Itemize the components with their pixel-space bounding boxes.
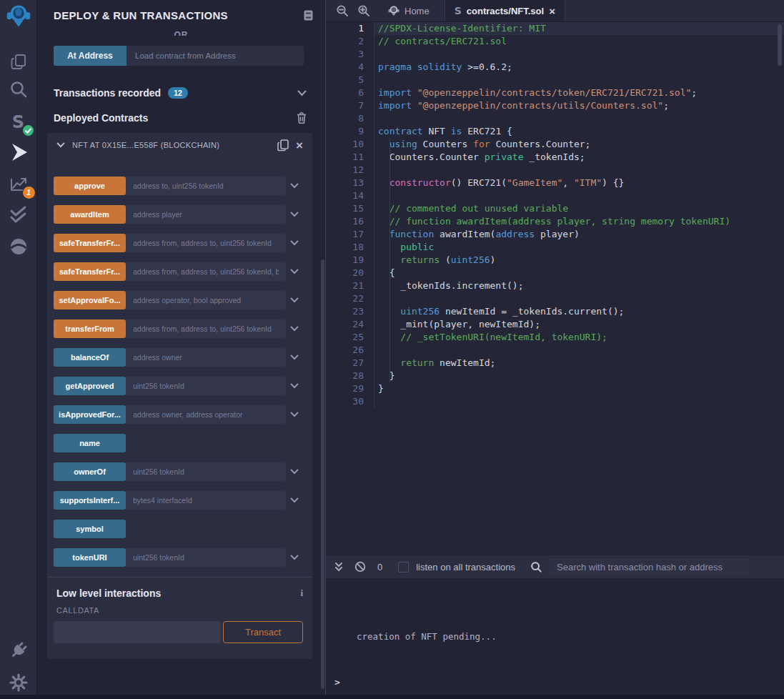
code-line[interactable]: 10 using Counters for Counters.Counter; <box>326 138 784 151</box>
expand-function-chevron-icon[interactable] <box>286 212 303 217</box>
code-line[interactable]: 4pragma solidity >=0.6.2; <box>326 61 784 74</box>
terminal-search-input[interactable] <box>550 558 750 575</box>
function-params-input[interactable] <box>126 405 286 424</box>
expand-function-chevron-icon[interactable] <box>286 497 303 503</box>
code-line[interactable]: 22 <box>326 292 784 305</box>
at-address-button[interactable]: At Address <box>54 46 126 66</box>
learneth-icon[interactable] <box>6 234 31 259</box>
function-button-approve[interactable]: approve <box>54 177 126 195</box>
code-line[interactable]: 24 _mint(player, newItemId); <box>326 318 784 331</box>
search-icon[interactable] <box>6 77 31 101</box>
code-line[interactable]: 13 constructor() ERC721("GameItem", "ITM… <box>326 177 784 189</box>
code-line[interactable]: 18 public <box>326 241 784 254</box>
function-button-isapprovedfor-[interactable]: isApprovedFor... <box>54 405 126 424</box>
unit-testing-icon[interactable] <box>6 202 31 227</box>
function-button-safetransferfr-[interactable]: safeTransferFr... <box>54 234 126 252</box>
clear-console-icon[interactable] <box>354 561 366 572</box>
code-line[interactable]: 27 return newItemId; <box>326 357 784 370</box>
function-button-ownerof[interactable]: ownerOf <box>54 462 126 481</box>
function-button-getapproved[interactable]: getApproved <box>54 377 126 395</box>
code-line[interactable]: 21 _tokenIds.increment(); <box>326 279 784 292</box>
code-line[interactable]: 19 returns (uint256) <box>326 254 784 267</box>
documentation-book-icon[interactable] <box>303 10 314 21</box>
code-line[interactable]: 1//SPDX-License-Identifier: MIT <box>326 22 784 35</box>
expand-function-chevron-icon[interactable] <box>286 240 303 246</box>
function-button-balanceof[interactable]: balanceOf <box>54 348 126 367</box>
contract-instance-header[interactable]: NFT AT 0X15E...E558F (BLOCKCHAIN) × <box>47 133 312 157</box>
expand-function-chevron-icon[interactable] <box>286 412 303 417</box>
expand-function-chevron-icon[interactable] <box>286 183 303 189</box>
code-line[interactable]: 20 { <box>326 267 784 279</box>
analysis-icon[interactable]: 1 <box>6 171 31 195</box>
function-params-input[interactable] <box>126 234 286 252</box>
function-params-input[interactable] <box>126 548 286 567</box>
tab-home[interactable]: Home <box>379 0 439 21</box>
chevron-down-icon[interactable] <box>297 90 307 96</box>
code-line[interactable]: 26 <box>326 344 784 357</box>
code-line[interactable]: 23 uint256 newItemId = _tokenIds.current… <box>326 305 784 318</box>
code-line[interactable]: 12 <box>326 164 784 177</box>
settings-gear-icon[interactable] <box>6 670 31 695</box>
code-line[interactable]: 30 <box>326 395 784 408</box>
code-editor[interactable]: 1//SPDX-License-Identifier: MIT2// contr… <box>326 22 784 555</box>
expand-function-chevron-icon[interactable] <box>286 555 303 560</box>
function-button-symbol[interactable]: symbol <box>54 520 126 538</box>
code-line[interactable]: 25 // _setTokenURI(newItemId, tokenURI); <box>326 331 784 344</box>
expand-function-chevron-icon[interactable] <box>286 326 303 332</box>
code-line[interactable]: 9contract NFT is ERC721 { <box>326 125 784 138</box>
remix-logo-icon[interactable] <box>6 4 31 29</box>
code-line[interactable]: 5 <box>326 74 784 86</box>
editor-scrollbar[interactable] <box>778 24 782 66</box>
at-address-input[interactable] <box>126 46 304 66</box>
code-line[interactable]: 7import "@openzeppelin/contracts/utils/C… <box>326 99 784 112</box>
expand-function-chevron-icon[interactable] <box>286 383 303 389</box>
function-button-awarditem[interactable]: awardItem <box>54 205 126 224</box>
copy-icon[interactable] <box>277 139 289 152</box>
expand-function-chevron-icon[interactable] <box>286 469 303 475</box>
function-params-input[interactable] <box>126 462 286 481</box>
code-line[interactable]: 8 <box>326 112 784 125</box>
code-line[interactable]: 14 <box>326 189 784 202</box>
expand-function-chevron-icon[interactable] <box>286 269 303 274</box>
transact-button[interactable]: Transact <box>223 621 303 643</box>
code-line[interactable]: 29} <box>326 382 784 395</box>
function-params-input[interactable] <box>126 177 286 195</box>
function-params-input[interactable] <box>126 291 286 309</box>
terminal-body[interactable]: creation of NFT pending... > <box>326 578 784 695</box>
function-params-input[interactable] <box>126 319 286 338</box>
deploy-run-icon[interactable] <box>6 140 31 164</box>
code-line[interactable]: 3 <box>326 48 784 61</box>
zoom-in-icon[interactable] <box>353 0 374 21</box>
function-button-safetransferfr-[interactable]: safeTransferFr... <box>54 262 126 281</box>
code-line[interactable]: 2// contracts/ERC721.sol <box>326 35 784 48</box>
code-line[interactable]: 28 } <box>326 370 784 382</box>
function-params-input[interactable] <box>126 491 286 510</box>
code-line[interactable]: 17 function awardItem(address player) <box>326 228 784 241</box>
info-icon[interactable]: i <box>300 588 303 599</box>
function-button-transferfrom[interactable]: transferFrom <box>54 319 126 338</box>
code-line[interactable]: 6import "@openzeppelin/contracts/token/E… <box>326 86 784 99</box>
collapse-terminal-icon[interactable] <box>334 562 343 572</box>
function-params-input[interactable] <box>126 348 286 367</box>
expand-function-chevron-icon[interactable] <box>286 297 303 303</box>
expand-function-chevron-icon[interactable] <box>286 355 303 360</box>
code-line[interactable]: 15 // commented out unused variable <box>326 202 784 215</box>
listen-checkbox[interactable] <box>398 562 409 572</box>
plugin-icon[interactable] <box>6 638 31 663</box>
calldata-input[interactable] <box>54 621 221 643</box>
code-line[interactable]: 16 // function awardItem(address player,… <box>326 215 784 228</box>
function-button-tokenuri[interactable]: tokenURI <box>54 548 126 567</box>
code-line[interactable]: 11 Counters.Counter private _tokenIds; <box>326 151 784 164</box>
function-button-name[interactable]: name <box>54 434 126 452</box>
function-button-supportsinterf-[interactable]: supportsInterf... <box>54 491 126 510</box>
function-params-input[interactable] <box>126 205 286 224</box>
zoom-out-icon[interactable] <box>332 0 353 21</box>
close-tab-icon[interactable]: × <box>549 6 555 16</box>
panel-scrollbar[interactable] <box>321 259 324 689</box>
function-params-input[interactable] <box>126 377 286 395</box>
trash-icon[interactable] <box>297 112 307 124</box>
file-explorer-icon[interactable] <box>6 50 31 74</box>
function-params-input[interactable] <box>126 262 286 281</box>
solidity-compiler-icon[interactable]: S <box>6 110 31 134</box>
tab-contracts-nft-sol[interactable]: S contracts/NFT.sol × <box>445 0 565 21</box>
